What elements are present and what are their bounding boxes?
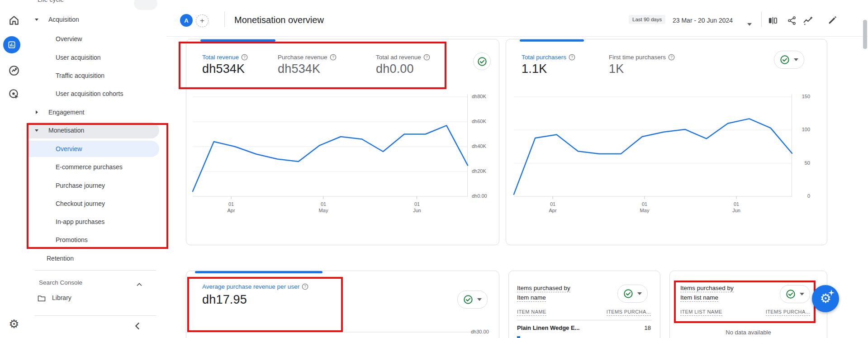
sidebar-section-retention[interactable]: Retention xyxy=(28,249,166,267)
ab-compare-icon[interactable] xyxy=(766,14,779,27)
sidebar-item-purchase-journey[interactable]: Purchase journey xyxy=(28,176,166,195)
card-title[interactable]: Items purchased by Item list name xyxy=(680,283,734,302)
home-icon[interactable] xyxy=(6,12,22,29)
total-revenue-line-chart xyxy=(193,93,468,202)
help-icon[interactable]: ? xyxy=(423,54,430,61)
sidebar-item-in-app-purchases[interactable]: In-app purchases xyxy=(28,213,166,231)
expand-more-icon[interactable] xyxy=(35,129,38,132)
metric-total-ad-revenue-label[interactable]: Total ad revenue ? xyxy=(376,54,430,61)
caret-down-icon xyxy=(794,58,798,61)
expand-right-icon[interactable] xyxy=(35,110,38,114)
header-separator xyxy=(761,12,762,27)
avg-purchase-revenue-card: Average purchase revenue per user ? dh17… xyxy=(186,271,499,338)
metric-total-purchasers-label[interactable]: Total purchasers ? xyxy=(522,54,575,61)
collapse-chevron-icon[interactable] xyxy=(135,322,140,332)
gear-sparkle-fab[interactable]: ⚙ xyxy=(812,285,839,312)
y-axis-tick: dh60K xyxy=(472,119,486,124)
sidebar-item-promotions[interactable]: Promotions xyxy=(28,231,166,249)
card-title[interactable]: Items purchased by Item name xyxy=(517,283,570,302)
metric-first-time-purchasers-label[interactable]: First time purchasers ? xyxy=(609,54,675,61)
metric-total-revenue-value: dh534K xyxy=(202,62,245,76)
metric-first-time-purchasers-value: 1K xyxy=(609,62,624,76)
sidebar-item-checkout-journey[interactable]: Checkout journey xyxy=(28,195,166,213)
help-icon[interactable]: ? xyxy=(668,54,675,61)
data-quality-button[interactable] xyxy=(473,52,491,70)
reports-icon[interactable] xyxy=(3,36,20,53)
data-quality-dropdown[interactable] xyxy=(774,51,804,69)
data-quality-dropdown[interactable] xyxy=(617,285,648,303)
table-row-item-name: Plain Linen Wedge E... xyxy=(517,324,579,331)
carousel-indicator[interactable] xyxy=(195,271,323,273)
comparison-all-users-avatar[interactable]: A xyxy=(180,14,193,27)
admin-gear-icon[interactable]: ⚙ xyxy=(6,316,22,332)
carousel-indicator[interactable] xyxy=(200,39,275,42)
metric-avg-purchase-revenue-label[interactable]: Average purchase revenue per user ? xyxy=(202,283,308,290)
metric-total-purchasers-value: 1.1K xyxy=(522,62,547,76)
x-axis-tick: 01 Jun xyxy=(411,201,423,214)
header-separator xyxy=(224,12,225,27)
sidebar-section-acquisition[interactable]: Acquisition xyxy=(28,10,166,29)
sidebar-section-search-console[interactable]: Search Console xyxy=(28,273,166,291)
data-quality-dropdown[interactable] xyxy=(457,290,488,309)
column-header-items-purchased[interactable]: ITEMS PURCHA... xyxy=(766,309,810,314)
date-range-selector[interactable]: 23 Mar - 20 Jun 2024 xyxy=(673,17,733,24)
help-icon[interactable]: ? xyxy=(330,54,337,61)
column-header-item-name[interactable]: ITEM NAME xyxy=(517,309,546,314)
y-axis-tick: 150 xyxy=(792,94,810,99)
folder-icon xyxy=(38,295,46,303)
sparkle-icon xyxy=(828,290,835,296)
check-circle-icon xyxy=(623,289,633,299)
svg-text:?: ? xyxy=(304,284,306,289)
carousel-indicator[interactable] xyxy=(520,39,584,42)
help-icon[interactable]: ? xyxy=(302,283,308,290)
y-axis-tick: dh30.00 xyxy=(471,329,489,334)
metric-total-revenue-label[interactable]: Total revenue ? xyxy=(202,54,248,61)
nav-divider xyxy=(35,270,156,271)
sidebar-section-engagement[interactable]: Engagement xyxy=(28,103,166,121)
help-icon[interactable]: ? xyxy=(569,54,575,61)
total-purchasers-line-chart xyxy=(514,93,792,202)
sidebar-item-user-acquisition[interactable]: User acquisition xyxy=(28,48,166,67)
collection-header-life-cycle[interactable]: Life cycle xyxy=(38,0,64,3)
check-circle-icon xyxy=(477,57,487,67)
y-axis-tick: dh0.00 xyxy=(472,193,487,199)
sidebar-item-traffic-acquisition[interactable]: Traffic acquisition xyxy=(28,67,166,85)
expand-more-icon[interactable] xyxy=(35,18,38,21)
explore-icon[interactable] xyxy=(6,62,22,79)
help-icon[interactable]: ? xyxy=(241,54,248,61)
sidebar-item-library[interactable]: Library xyxy=(28,289,166,307)
sidebar-item-ecommerce-purchases[interactable]: E-commerce purchases xyxy=(28,158,166,176)
metric-purchase-revenue-label[interactable]: Purchase revenue ? xyxy=(278,54,337,61)
data-quality-dropdown[interactable] xyxy=(780,285,810,303)
insights-icon[interactable] xyxy=(802,14,814,27)
items-by-item-list-name-card: Items purchased by Item list name ITEM L… xyxy=(669,271,827,338)
svg-text:?: ? xyxy=(426,55,428,59)
sidebar-item-user-acquisition-cohorts[interactable]: User acquisition cohorts xyxy=(28,85,166,103)
caret-down-icon xyxy=(477,298,482,301)
total-purchasers-card: Total purchasers ? 1.1K First time purch… xyxy=(506,39,827,245)
add-comparison-icon[interactable]: + xyxy=(196,14,209,27)
edit-icon[interactable] xyxy=(826,14,839,27)
advertising-icon[interactable] xyxy=(6,86,22,102)
share-icon[interactable] xyxy=(785,14,798,27)
avg-revenue-line-chart xyxy=(193,328,474,334)
left-rail: ⚙ xyxy=(0,0,28,338)
page-title: Monetisation overview xyxy=(234,15,324,25)
sidebar-item-acquisition-overview[interactable]: Overview xyxy=(28,30,166,48)
caret-down-icon[interactable] xyxy=(747,19,752,28)
svg-text:?: ? xyxy=(243,55,246,59)
scrollbar-thumb[interactable] xyxy=(863,20,867,49)
column-header-items-purchased[interactable]: ITEMS PURCHA... xyxy=(607,309,651,314)
y-axis-tick: dh40K xyxy=(472,143,486,149)
header-divider xyxy=(166,36,868,37)
svg-text:?: ? xyxy=(571,55,573,59)
svg-text:?: ? xyxy=(332,55,334,59)
sidebar-item-monetisation-overview[interactable]: Overview xyxy=(28,140,166,158)
caret-down-icon xyxy=(800,293,804,295)
chevron-up-icon[interactable] xyxy=(137,281,142,288)
y-axis-tick: dh20K xyxy=(472,168,486,174)
nav-divider xyxy=(35,315,156,316)
column-header-item-list-name[interactable]: ITEM LIST NAME xyxy=(680,309,722,314)
sidebar-section-monetisation[interactable]: Monetisation xyxy=(28,121,166,139)
y-axis-tick: dh80K xyxy=(472,94,486,99)
